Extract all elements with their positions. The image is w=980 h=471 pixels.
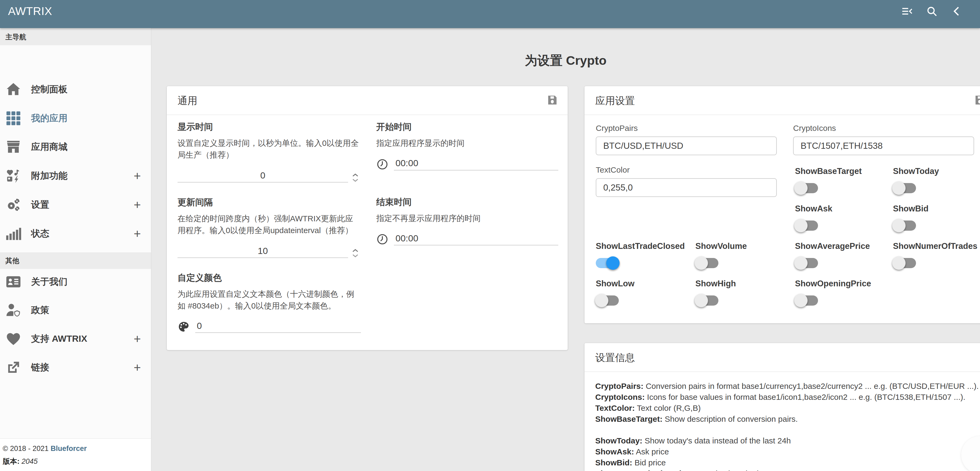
field-description: 为此应用设置自定义文本颜色（十六进制颜色，例如 #8034eb）。输入0以使用全… <box>178 288 361 311</box>
settings-info-title: 设置信息 <box>595 351 635 365</box>
field-label: TextColor <box>596 165 777 174</box>
showask-switch[interactable] <box>795 220 818 231</box>
chevron-left-icon[interactable] <box>949 4 964 19</box>
clock-icon[interactable] <box>376 233 388 246</box>
expand-plus-icon[interactable]: + <box>134 227 141 241</box>
gears-icon <box>0 197 27 213</box>
info-line: TextColor: Text color (R,G,B) <box>595 403 980 414</box>
textcolor-input[interactable] <box>596 179 776 197</box>
toggle-showlasttradeclosed: ShowLastTradeClosed <box>596 241 685 268</box>
showlow-switch[interactable] <box>596 295 619 306</box>
sidebar-item-app-store[interactable]: 应用商城 <box>0 135 151 159</box>
showopeningprice-switch[interactable] <box>795 295 818 306</box>
switch-knob <box>794 256 808 270</box>
clock-icon[interactable] <box>376 158 388 170</box>
app-title: AWTRIX <box>8 5 52 17</box>
showhigh-switch[interactable] <box>695 295 718 306</box>
switch-knob <box>794 294 808 307</box>
field-label: 结束时间 <box>376 196 558 208</box>
expand-plus-icon[interactable]: + <box>134 169 141 183</box>
showlasttradeclosed-switch[interactable] <box>596 258 619 268</box>
switch-knob <box>794 219 808 232</box>
general-left-column: 显示时间 设置自定义显示时间，以秒为单位。输入0以使用全局生产（推荐） 更新间隔… <box>178 121 361 333</box>
settings-info-body: CryptoPairs: Conversion pairs in format … <box>595 381 980 471</box>
toggle-label: ShowBaseTarget <box>795 167 862 176</box>
save-icon[interactable] <box>974 94 980 106</box>
update-interval-input[interactable] <box>178 244 348 258</box>
display-time-stepper[interactable] <box>350 173 361 182</box>
shownumeroftrades-switch[interactable] <box>893 258 916 268</box>
sidebar-item-extras[interactable]: 附加功能 + <box>0 164 151 187</box>
sidebar-section-main: 主导航 <box>0 29 151 45</box>
toggle-label: ShowLastTradeClosed <box>596 241 685 251</box>
toggle-label: ShowToday <box>893 167 939 176</box>
sidebar-item-label: 状态 <box>31 227 49 240</box>
sidebar-item-links[interactable]: 链接 + <box>0 356 151 379</box>
save-icon[interactable] <box>546 94 558 106</box>
sidebar-item-about[interactable]: 关于我们 <box>0 270 151 293</box>
stats-icon <box>0 225 27 242</box>
sidebar-item-label: 附加功能 <box>31 170 67 182</box>
general-card: 通用 显示时间 设置自定义显示时间，以秒为单位。输入0以使用全局生产（推荐） 更… <box>167 86 568 350</box>
field-label: CryptoIcons <box>793 124 974 133</box>
sidebar-item-my-apps[interactable]: 我的应用 <box>0 107 151 130</box>
sidebar-footer: © 2018 - 2021 Blueforcer 版本: 2045 <box>0 438 151 471</box>
custom-color-input[interactable] <box>195 319 361 333</box>
expand-plus-icon[interactable]: + <box>134 198 141 212</box>
sidebar-item-policy[interactable]: 政策 <box>0 299 151 322</box>
sidebar-item-support[interactable]: 支持 AWTRIX + <box>0 327 151 350</box>
switch-knob <box>892 219 905 232</box>
switch-knob <box>892 181 905 195</box>
blueforcer-link[interactable]: Blueforcer <box>51 444 87 452</box>
showbasetarget-switch[interactable] <box>795 183 818 193</box>
showaverageprice-switch[interactable] <box>795 258 818 268</box>
menu-collapse-icon[interactable] <box>900 4 915 19</box>
settings-info-card: 设置信息 CryptoPairs: Conversion pairs in fo… <box>584 343 980 471</box>
expand-plus-icon[interactable]: + <box>134 331 141 346</box>
toggle-showbid: ShowBid <box>893 204 929 231</box>
info-line: ShowBid: Bid price <box>595 457 980 468</box>
general-card-header: 通用 <box>167 86 568 115</box>
showtoday-switch[interactable] <box>893 183 916 193</box>
start-time-input[interactable] <box>394 157 558 170</box>
sidebar-item-label: 控制面板 <box>31 83 67 95</box>
stepper-up-icon <box>352 173 359 178</box>
field-description: 指定应用程序显示的时间 <box>376 137 558 149</box>
toggle-label: ShowLow <box>596 279 635 289</box>
showvolume-switch[interactable] <box>695 258 718 268</box>
toggle-label: ShowOpeningPrice <box>795 279 871 289</box>
toggle-showbasetarget: ShowBaseTarget <box>795 167 862 193</box>
info-line: ShowToday: Show today's data instead of … <box>595 435 980 446</box>
sidebar-item-settings[interactable]: 设置 + <box>0 193 151 216</box>
contact-card-icon <box>0 273 27 290</box>
display-time-input[interactable] <box>178 169 348 182</box>
showbid-switch[interactable] <box>893 220 916 231</box>
update-interval-stepper[interactable] <box>350 248 361 258</box>
home-icon <box>0 81 27 98</box>
sidebar-section-other: 其他 <box>0 252 151 269</box>
cryptopairs-input[interactable] <box>596 137 776 155</box>
field-label: CryptoPairs <box>596 124 777 133</box>
switch-knob <box>892 256 905 270</box>
info-line: ShowBaseTarget: Show description of conv… <box>595 414 980 425</box>
search-icon[interactable] <box>924 4 939 19</box>
expand-plus-icon[interactable]: + <box>134 360 141 375</box>
extras-icon <box>0 168 27 184</box>
info-line: ShowAsk: Ask price <box>595 446 980 457</box>
cryptoicons-input[interactable] <box>794 137 974 155</box>
sidebar-item-dashboard[interactable]: 控制面板 <box>0 78 151 101</box>
palette-icon[interactable] <box>178 320 190 333</box>
general-card-title: 通用 <box>178 94 197 108</box>
end-time-field: 结束时间 指定不再显示应用程序的时间 <box>376 196 558 246</box>
field-label: 开始时间 <box>376 121 558 133</box>
switch-knob <box>606 256 620 270</box>
cryptopairs-field: CryptoPairs <box>596 124 777 155</box>
external-link-icon <box>0 359 27 376</box>
sidebar-item-status[interactable]: 状态 + <box>0 222 151 245</box>
custom-color-field: 自定义颜色 为此应用设置自定义文本颜色（十六进制颜色，例如 #8034eb）。输… <box>178 272 361 333</box>
apps-grid-icon <box>0 110 27 127</box>
heart-icon <box>0 330 27 347</box>
end-time-input[interactable] <box>394 232 558 246</box>
toggle-showlow: ShowLow <box>596 279 635 306</box>
general-right-column: 开始时间 指定应用程序显示的时间 结束时间 指定不再显示应用程序的时间 <box>376 121 558 246</box>
